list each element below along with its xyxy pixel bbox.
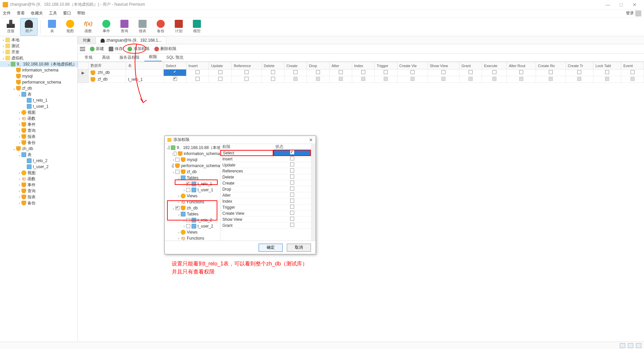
perm-cell[interactable] [186,76,209,83]
perm-cell[interactable] [397,76,428,83]
expand-icon[interactable]: › [182,188,186,192]
expand-icon[interactable]: › [17,171,21,175]
tree-item[interactable]: mysql [0,73,77,79]
perm-state[interactable] [273,199,311,204]
checkbox-icon[interactable] [175,158,179,162]
checkbox-icon[interactable] [384,70,388,74]
grid-header[interactable]: Drop [307,62,329,69]
checkbox-icon[interactable] [519,77,523,81]
grid-header[interactable]: Alter [329,62,352,69]
checkbox-icon[interactable] [441,70,445,74]
dialog-tree-item[interactable]: ›t_user_1 [165,187,220,193]
dialog-tree-item[interactable]: ⌄9、192.168.10.88（本地虚拟机） [165,145,220,151]
expand-icon[interactable]: › [171,158,175,162]
checkbox-icon[interactable] [293,70,298,74]
checkbox-icon[interactable] [290,162,294,166]
expand-icon[interactable]: › [1,44,5,48]
expand-icon[interactable]: › [17,189,21,193]
expand-icon[interactable]: ⌄ [7,62,11,66]
expand-icon[interactable]: ⌄ [171,170,175,174]
toolbar-model[interactable]: 模型 [188,18,206,36]
expand-icon[interactable]: › [177,231,181,234]
cell-db[interactable]: zf_db [88,76,126,83]
del-permission-button[interactable]: 删除权限 [154,46,176,52]
login-area[interactable]: 登录 [626,10,641,16]
checkbox-icon[interactable] [290,150,294,154]
perm-cell[interactable] [482,76,507,83]
permission-row[interactable]: Show View [220,216,311,222]
checkbox-icon[interactable] [271,70,275,74]
grid-header[interactable]: Grant [459,62,482,69]
tree-item[interactable]: ⌄表 [0,91,77,97]
checkbox-icon[interactable] [361,77,365,81]
tree-item[interactable]: ⌄虚拟机 [0,55,77,61]
new-button[interactable]: 新建 [90,46,104,52]
perm-cell[interactable] [284,76,307,83]
expand-icon[interactable]: ⌄ [17,93,21,96]
permission-row[interactable]: Select [220,150,311,156]
menu-tools[interactable]: 工具 [49,10,57,16]
perm-cell[interactable] [507,69,536,76]
checkbox-icon[interactable] [173,77,177,81]
grid-header[interactable]: Create [284,62,307,69]
tree-item[interactable]: ›查询 [0,188,77,194]
subtab-3[interactable]: 权限 [144,53,162,61]
checkbox-icon[interactable] [469,77,473,81]
expand-icon[interactable]: › [17,123,21,127]
subtab-4[interactable]: SQL 预览 [162,54,188,61]
checkbox-icon[interactable] [245,70,249,74]
expand-icon[interactable]: › [17,201,21,205]
grid-header[interactable]: Show View [428,62,459,69]
checkbox-icon[interactable] [173,70,177,74]
permission-row[interactable]: Drop [220,186,311,192]
expand-icon[interactable]: ⌄ [12,147,16,151]
dialog-tree-item[interactable]: ›f()Functions [165,235,220,241]
permission-row[interactable]: Insert [220,156,311,162]
status-icon-1[interactable] [620,343,625,348]
perm-cell[interactable] [593,69,621,76]
perm-state[interactable] [273,187,311,192]
checkbox-icon[interactable] [469,70,473,74]
toolbar-sched[interactable]: 计划 [170,18,187,36]
perm-cell[interactable] [428,76,459,83]
permission-row[interactable]: Delete [220,174,311,180]
perm-cell[interactable] [352,69,374,76]
dialog-tree-item[interactable]: ›information_schema [165,151,220,157]
toolbar-user[interactable]: 用户 [20,18,38,36]
checkbox-icon[interactable] [549,70,553,74]
perm-state[interactable] [273,181,311,186]
checkbox-icon[interactable] [290,174,294,179]
checkbox-icon[interactable] [174,152,176,156]
expand-icon[interactable]: › [17,183,21,187]
expand-icon[interactable]: › [17,177,21,181]
cell-name[interactable] [126,69,164,76]
tree-item[interactable]: ⌄表 [0,152,77,158]
close-button[interactable]: ✕ [628,2,641,7]
tree-item[interactable]: t_relo_2 [0,158,77,164]
perm-cell[interactable] [428,69,459,76]
checkbox-icon[interactable] [290,181,294,185]
checkbox-icon[interactable] [186,188,190,192]
tree-item[interactable]: t_user_1 [0,103,77,109]
perm-cell[interactable] [164,76,186,83]
checkbox-icon[interactable] [290,193,294,197]
status-icon-2[interactable] [628,343,633,348]
dialog-tree-item[interactable]: ›Views [165,193,220,199]
dialog-tree-item[interactable]: ›mysql [165,157,220,163]
expand-icon[interactable]: › [17,195,21,199]
grid-header[interactable]: Trigger [375,62,397,69]
subtab-1[interactable]: 高级 [97,54,115,61]
perm-cell[interactable] [621,69,644,76]
toolbar-backup[interactable]: 备份 [152,18,169,36]
checkbox-icon[interactable] [290,205,294,209]
checkbox-icon[interactable] [577,77,581,81]
grid-row[interactable]: ▶ zh\_db [78,69,644,76]
checkbox-icon[interactable] [492,70,496,74]
checkbox-icon[interactable] [290,187,294,191]
grid-header[interactable]: Index [352,62,374,69]
grid-header[interactable]: Execute [482,62,507,69]
cell-db[interactable]: zh\_db [88,69,126,76]
tree-item[interactable]: ›报表 [0,134,77,140]
grid-header[interactable]: Create Ro [536,62,566,69]
tree-item[interactable]: performance_schema [0,79,77,85]
